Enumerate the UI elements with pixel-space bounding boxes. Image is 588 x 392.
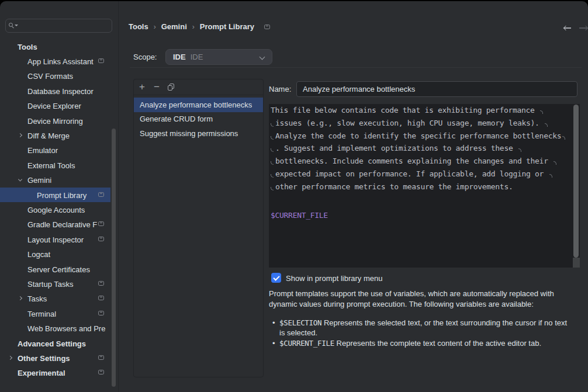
sidebar-item-gradle-declarative-f[interactable]: Gradle Declarative F [0,217,118,232]
sidebar-item-label: Emulator [27,146,58,155]
breadcrumb-separator: › [192,23,195,31]
sidebar-item-label: Database Inspector [27,86,94,95]
window-icon [264,25,270,29]
name-input[interactable]: Analyze performance bottlenecks [296,81,577,97]
soft-wrap-icon [271,148,274,152]
sidebar-item-web-browsers-and-pre[interactable]: Web Browsers and Pre [0,321,118,336]
window-icon [98,281,104,286]
variable-bullet-continuation: is selected. [269,328,567,338]
sidebar-item-label: Terminal [27,309,56,318]
sidebar-item-layout-inspector[interactable]: Layout Inspector [0,232,118,247]
sidebar-item-external-tools[interactable]: External Tools [0,158,118,172]
sidebar-item-app-links-assistant[interactable]: App Links Assistant [0,54,118,68]
breadcrumb-tools[interactable]: Tools [129,22,148,31]
chevron-right-icon[interactable] [8,356,12,360]
window-icon [98,237,104,241]
sidebar-item-csv-formats[interactable]: CSV Formats [0,69,118,84]
sidebar-item-tasks[interactable]: Tasks [0,292,118,306]
sidebar-item-device-explorer[interactable]: Device Explorer [0,99,118,113]
editor-line [271,193,580,210]
sidebar: ToolsApp Links AssistantCSV FormatsDatab… [0,1,118,392]
chevron-down-icon[interactable] [18,178,22,182]
name-label: Name: [269,85,291,93]
sidebar-item-prompt-library[interactable]: Prompt Library [0,188,110,202]
add-prompt-button[interactable]: + [137,82,147,92]
scope-value: IDE [173,53,186,61]
sidebar-item-label: Google Accounts [27,205,85,214]
window-icon [98,370,104,374]
editor-line: This file below contains code that is ex… [271,104,580,117]
sidebar-item-gemini[interactable]: Gemini [0,173,118,188]
sidebar-item-advanced-settings[interactable]: Advanced Settings [0,336,118,351]
window-icon [98,192,104,197]
editor-line: $CURRENT_FILE [271,209,580,222]
editor-line: Analyze the code to identify the specifi… [271,130,580,143]
sidebar-item-device-mirroring[interactable]: Device Mirroring [0,113,118,128]
soft-wrap-icon [271,187,274,190]
copy-prompt-button[interactable] [168,84,175,91]
soft-wrap-icon [562,136,565,140]
search-input[interactable] [5,19,112,33]
sidebar-item-diff-merge[interactable]: Diff & Merge [0,128,118,143]
prompt-item-suggest-missing-permissions[interactable]: Suggest missing permissions [134,126,263,141]
sidebar-item-label: Web Browsers and Pre [27,324,105,333]
soft-wrap-icon [540,110,543,114]
search-icon [9,23,16,30]
sidebar-item-label: Gradle Declarative F [27,220,97,229]
sidebar-item-label: App Links Assistant [27,57,94,65]
window-icon [98,355,104,360]
show-in-menu-label: Show in prompt library menu [286,274,382,283]
sidebar-item-label: Logcat [27,250,50,259]
sidebar-item-terminal[interactable]: Terminal [0,306,118,321]
show-in-menu-checkbox[interactable] [271,273,281,283]
sidebar-item-label: Other Settings [18,353,70,362]
sidebar-divider [118,1,119,392]
editor-line: bottlenecks. Include comments explaining… [271,155,580,168]
remove-prompt-button[interactable]: − [152,82,161,92]
sidebar-item-label: External Tools [27,161,75,169]
forward-arrow-icon[interactable] [579,25,587,31]
sidebar-item-label: Server Certificates [27,265,90,273]
description-text: Prompt templates support the use of vari… [269,289,554,309]
sidebar-item-database-inspector[interactable]: Database Inspector [0,84,118,98]
scope-label: Scope: [133,53,157,61]
description-line: Prompt templates support the use of vari… [269,289,554,299]
window-icon [98,311,104,315]
sidebar-item-experimental[interactable]: Experimental [0,366,118,380]
sidebar-item-label: Experimental [18,369,65,377]
prompt-item-generate-crud-form[interactable]: Generate CRUD form [134,112,263,127]
editor-scrollbar-track[interactable] [573,258,580,268]
prompt-list-toolbar: + − [134,79,263,95]
prompt-item-analyze-performance-bottlenecks[interactable]: Analyze performance bottlenecks [134,98,263,112]
sidebar-item-google-accounts[interactable]: Google Accounts [0,202,118,217]
sidebar-scrollbar[interactable] [112,129,116,387]
chevron-right-icon[interactable] [18,296,22,300]
settings-window: ToolsApp Links AssistantCSV FormatsDatab… [0,1,588,392]
editor-scrollbar[interactable] [573,105,579,258]
sidebar-item-label: CSV Formats [27,72,73,81]
breadcrumb: Tools›Gemini›Prompt Library [129,22,270,32]
sidebar-item-logcat[interactable]: Logcat [0,247,118,262]
window-icon [98,58,104,63]
sidebar-item-other-settings[interactable]: Other Settings [0,351,118,365]
soft-wrap-icon [554,161,556,165]
sidebar-item-server-certificates[interactable]: Server Certificates [0,262,118,276]
sidebar-item-label: Device Explorer [27,102,81,110]
sidebar-item-startup-tasks[interactable]: Startup Tasks [0,276,118,291]
breadcrumb-prompt-library[interactable]: Prompt Library [200,22,254,31]
sidebar-item-tools[interactable]: Tools [0,39,118,54]
scope-select[interactable]: IDE IDE [165,49,272,65]
variable-bullet-selection: •$SELECTION Represents the selected text… [269,318,567,328]
chevron-right-icon[interactable] [18,133,22,137]
back-arrow-icon[interactable] [563,25,572,31]
scope-value-hint: IDE [191,53,203,61]
breadcrumb-gemini[interactable]: Gemini [161,22,187,31]
header-separator [130,67,582,68]
sidebar-item-emulator[interactable]: Emulator [0,143,118,158]
soft-wrap-icon [549,174,552,178]
sidebar-item-label: Layout Inspector [27,235,84,244]
prompt-list-panel: + − Analyze performance bottlenecksGener… [133,79,264,377]
soft-wrap-icon [518,148,521,152]
prompt-text-editor[interactable]: This file below contains code that is ex… [269,104,580,268]
soft-wrap-icon [271,123,274,127]
